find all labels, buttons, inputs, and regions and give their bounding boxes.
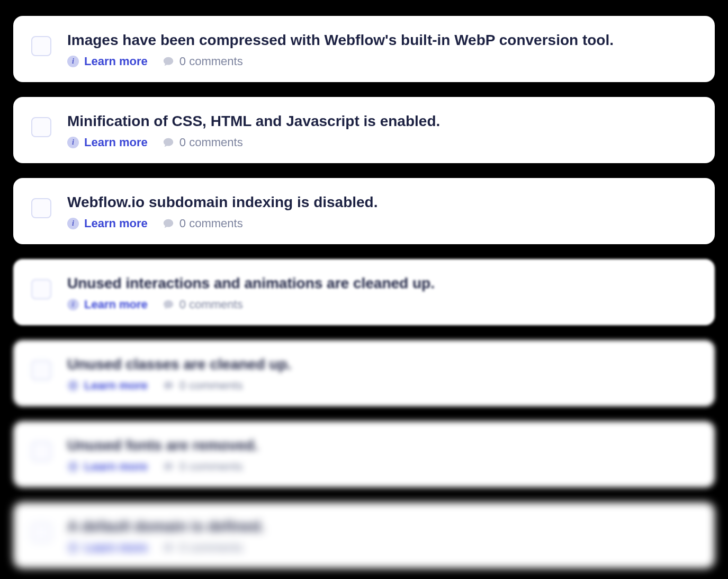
checkbox[interactable] [31, 36, 51, 56]
comment-icon [163, 542, 174, 554]
learn-more-group: i Learn more [67, 136, 148, 149]
item-meta: i Learn more 0 comments [67, 541, 264, 555]
checklist-item: Images have been compressed with Webflow… [13, 16, 715, 82]
info-icon: i [67, 542, 79, 554]
info-icon: i [67, 218, 79, 229]
learn-more-link[interactable]: Learn more [84, 217, 148, 230]
item-content: Unused interactions and animations are c… [67, 274, 435, 311]
comments-count: 0 comments [179, 136, 243, 149]
item-title: Minification of CSS, HTML and Javascript… [67, 112, 440, 130]
item-title: Webflow.io subdomain indexing is disable… [67, 193, 378, 211]
comments-count: 0 comments [179, 541, 243, 555]
learn-more-group: i Learn more [67, 298, 148, 311]
checkbox[interactable] [31, 441, 51, 461]
item-meta: i Learn more 0 comments [67, 217, 378, 230]
comment-icon [163, 380, 174, 391]
item-content: Minification of CSS, HTML and Javascript… [67, 112, 440, 149]
comments-count: 0 comments [179, 379, 243, 393]
item-title: Images have been compressed with Webflow… [67, 31, 614, 49]
item-meta: i Learn more 0 comments [67, 379, 291, 393]
learn-more-group: i Learn more [67, 541, 148, 555]
info-icon: i [67, 461, 79, 473]
info-icon: i [67, 299, 79, 310]
info-icon: i [67, 56, 79, 67]
checklist: Images have been compressed with Webflow… [13, 16, 715, 568]
item-content: Unused classes are cleaned up. i Learn m… [67, 355, 291, 393]
learn-more-link[interactable]: Learn more [84, 379, 148, 393]
comment-icon [163, 218, 174, 229]
learn-more-link[interactable]: Learn more [84, 460, 148, 474]
comments-group[interactable]: 0 comments [163, 136, 243, 149]
learn-more-link[interactable]: Learn more [84, 541, 148, 555]
learn-more-link[interactable]: Learn more [84, 55, 148, 68]
comments-count: 0 comments [179, 298, 243, 311]
item-meta: i Learn more 0 comments [67, 55, 614, 68]
comment-icon [163, 137, 174, 148]
comment-icon [163, 299, 174, 310]
info-icon: i [67, 380, 79, 391]
comments-group[interactable]: 0 comments [163, 55, 243, 68]
comments-group[interactable]: 0 comments [163, 379, 243, 393]
checkbox[interactable] [31, 279, 51, 299]
item-content: A default domain is defined. i Learn mor… [67, 517, 264, 555]
comments-count: 0 comments [179, 460, 243, 474]
item-content: Images have been compressed with Webflow… [67, 31, 614, 68]
checkbox[interactable] [31, 198, 51, 218]
learn-more-group: i Learn more [67, 55, 148, 68]
checklist-item: Unused interactions and animations are c… [13, 259, 715, 325]
item-meta: i Learn more 0 comments [67, 136, 440, 149]
learn-more-link[interactable]: Learn more [84, 136, 148, 149]
learn-more-group: i Learn more [67, 460, 148, 474]
learn-more-group: i Learn more [67, 379, 148, 393]
comments-count: 0 comments [179, 55, 243, 68]
checklist-item: Unused fonts are removed. i Learn more 0… [13, 421, 715, 487]
checkbox[interactable] [31, 360, 51, 380]
comments-group[interactable]: 0 comments [163, 298, 243, 311]
comment-icon [163, 461, 174, 473]
item-content: Webflow.io subdomain indexing is disable… [67, 193, 378, 230]
checkbox[interactable] [31, 522, 51, 542]
comments-count: 0 comments [179, 217, 243, 230]
checklist-item: Webflow.io subdomain indexing is disable… [13, 178, 715, 244]
item-title: Unused fonts are removed. [67, 436, 258, 455]
item-title: Unused interactions and animations are c… [67, 274, 435, 292]
item-content: Unused fonts are removed. i Learn more 0… [67, 436, 258, 474]
comment-icon [163, 56, 174, 67]
learn-more-link[interactable]: Learn more [84, 298, 148, 311]
checklist-item: Unused classes are cleaned up. i Learn m… [13, 340, 715, 406]
checklist-item: Minification of CSS, HTML and Javascript… [13, 97, 715, 163]
learn-more-group: i Learn more [67, 217, 148, 230]
info-icon: i [67, 137, 79, 148]
item-meta: i Learn more 0 comments [67, 460, 258, 474]
comments-group[interactable]: 0 comments [163, 217, 243, 230]
comments-group[interactable]: 0 comments [163, 541, 243, 555]
item-title: Unused classes are cleaned up. [67, 355, 291, 373]
comments-group[interactable]: 0 comments [163, 460, 243, 474]
item-meta: i Learn more 0 comments [67, 298, 435, 311]
checkbox[interactable] [31, 117, 51, 137]
checklist-item: A default domain is defined. i Learn mor… [13, 502, 715, 568]
item-title: A default domain is defined. [67, 517, 264, 536]
